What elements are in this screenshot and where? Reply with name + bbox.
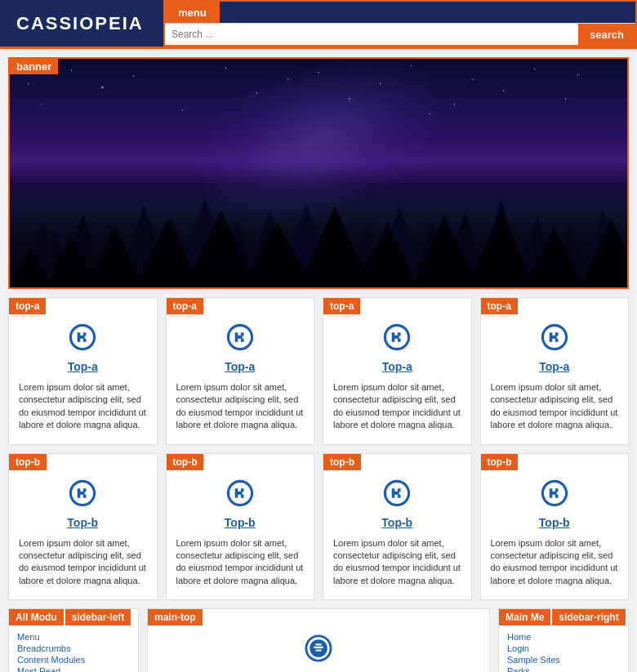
sidebar-right-link[interactable]: Home [507, 632, 620, 642]
sidebar-right-link[interactable]: Sample Sites [507, 655, 620, 665]
top-a-label: top-a [9, 298, 46, 314]
nav-link-home[interactable]: HOME [228, 7, 256, 17]
main-top-label: main-top [148, 609, 203, 625]
top-a-card-3: top-a Top-a Lorem ipsum dolor sit amet, … [480, 297, 630, 445]
search-button[interactable]: search [578, 24, 635, 45]
header: CASSIOPEIA menu HOMESAMPLE SITESJOOMLA.O… [0, 0, 637, 49]
bottom-row: All Modu sidebar-left MenuBreadcrumbsCon… [8, 608, 629, 672]
svg-marker-28 [469, 207, 534, 287]
top-a-title: Top-a [481, 356, 629, 377]
nav-link-joomla.org[interactable]: JOOMLA.ORG [356, 7, 421, 17]
search-bar: search [165, 23, 635, 45]
sidebar-right-link[interactable]: Parks [507, 666, 620, 672]
top-a-icon [9, 314, 157, 356]
top-b-label: top-b [323, 454, 361, 470]
top-b-text: Lorem ipsum dolor sit amet, consectetur … [9, 533, 157, 592]
search-input[interactable] [165, 24, 578, 45]
main-top: main-top Main-top Lorem ipsum dolor sit … [147, 608, 490, 672]
sidebar-left-link[interactable]: Menu [17, 632, 130, 642]
top-b-card-0: top-b Top-b Lorem ipsum dolor sit amet, … [8, 453, 158, 601]
sidebar-right: Main Me sidebar-right HomeLoginSample Si… [498, 608, 629, 672]
sidebar-left: All Modu sidebar-left MenuBreadcrumbsCon… [8, 608, 139, 672]
top-b-icon [481, 470, 629, 512]
sidebar-left-overlay-label: sidebar-left [65, 609, 131, 625]
top-a-title: Top-a [167, 356, 314, 377]
banner-section: banner [8, 57, 629, 289]
top-a-card-1: top-a Top-a Lorem ipsum dolor sit amet, … [166, 297, 315, 445]
sidebar-left-link[interactable]: Most Read [17, 666, 130, 672]
sidebar-right-label: Main Me [499, 609, 550, 625]
nav-links: HOMESAMPLE SITESJOOMLA.ORGPARKSFRUIT SHO… [220, 7, 551, 17]
sidebar-left-link[interactable]: Content Modules [17, 655, 130, 665]
top-b-title: Top-b [323, 512, 471, 533]
top-b-icon [323, 470, 471, 512]
top-a-label: top-a [167, 298, 203, 314]
top-b-label: top-b [9, 454, 47, 470]
top-b-icon [167, 470, 314, 512]
nav-link-sample-sites[interactable]: SAMPLE SITES [271, 7, 342, 17]
top-b-title: Top-b [9, 512, 157, 533]
sidebar-right-link[interactable]: Login [507, 643, 620, 653]
top-a-icon [481, 314, 629, 356]
top-a-label: top-a [481, 298, 518, 314]
banner-image [10, 59, 627, 287]
top-b-card-2: top-b Top-b Lorem ipsum dolor sit amet, … [323, 453, 472, 601]
top-b-row: top-b Top-b Lorem ipsum dolor sit amet, … [8, 453, 629, 601]
top-a-text: Lorem ipsum dolor sit amet, consectetur … [481, 377, 629, 436]
sidebar-left-links: MenuBreadcrumbsContent ModulesMost ReadN… [9, 625, 138, 672]
top-a-icon [167, 314, 314, 356]
nav-link-fruit-shop[interactable]: FRUIT SHOP [484, 7, 543, 17]
menu-button[interactable]: menu [165, 2, 220, 23]
main-top-icon [148, 625, 489, 667]
top-b-text: Lorem ipsum dolor sit amet, consectetur … [323, 533, 471, 592]
sidebar-right-overlay-label: sidebar-right [552, 609, 625, 625]
main-top-title: Main-top [148, 667, 489, 672]
top-b-title: Top-b [167, 512, 314, 533]
top-a-text: Lorem ipsum dolor sit amet, consectetur … [323, 377, 471, 436]
top-a-row: top-a Top-a Lorem ipsum dolor sit amet, … [8, 297, 629, 445]
top-b-label: top-b [481, 454, 519, 470]
sidebar-left-label: All Modu [9, 609, 64, 625]
sidebar-right-links: HomeLoginSample SitesParksShopSite Admin… [499, 625, 628, 672]
top-b-label: top-b [167, 454, 204, 470]
top-b-text: Lorem ipsum dolor sit amet, consectetur … [481, 533, 629, 592]
top-a-text: Lorem ipsum dolor sit amet, consectetur … [9, 377, 157, 436]
top-a-label: top-a [323, 298, 360, 314]
banner-label: banner [10, 59, 58, 74]
menu-bar: menu HOMESAMPLE SITESJOOMLA.ORGPARKSFRUI… [165, 2, 635, 23]
top-a-card-0: top-a Top-a Lorem ipsum dolor sit amet, … [8, 297, 158, 445]
nav-link-parks[interactable]: PARKS [437, 7, 470, 17]
logo-text: CASSIOPEIA [16, 13, 144, 34]
top-b-text: Lorem ipsum dolor sit amet, consectetur … [167, 533, 314, 592]
sidebar-left-link[interactable]: Breadcrumbs [17, 643, 130, 653]
site-logo: CASSIOPEIA [0, 0, 163, 47]
top-b-title: Top-b [481, 512, 629, 533]
top-a-text: Lorem ipsum dolor sit amet, consectetur … [167, 377, 314, 436]
top-b-card-1: top-b Top-b Lorem ipsum dolor sit amet, … [166, 453, 315, 601]
top-a-title: Top-a [9, 356, 157, 377]
top-a-card-2: top-a Top-a Lorem ipsum dolor sit amet, … [323, 297, 472, 445]
nav-area: menu HOMESAMPLE SITESJOOMLA.ORGPARKSFRUI… [163, 0, 637, 47]
top-b-card-3: top-b Top-b Lorem ipsum dolor sit amet, … [480, 453, 630, 601]
top-a-title: Top-a [323, 356, 471, 377]
top-a-icon [323, 314, 471, 356]
top-b-icon [9, 470, 157, 512]
